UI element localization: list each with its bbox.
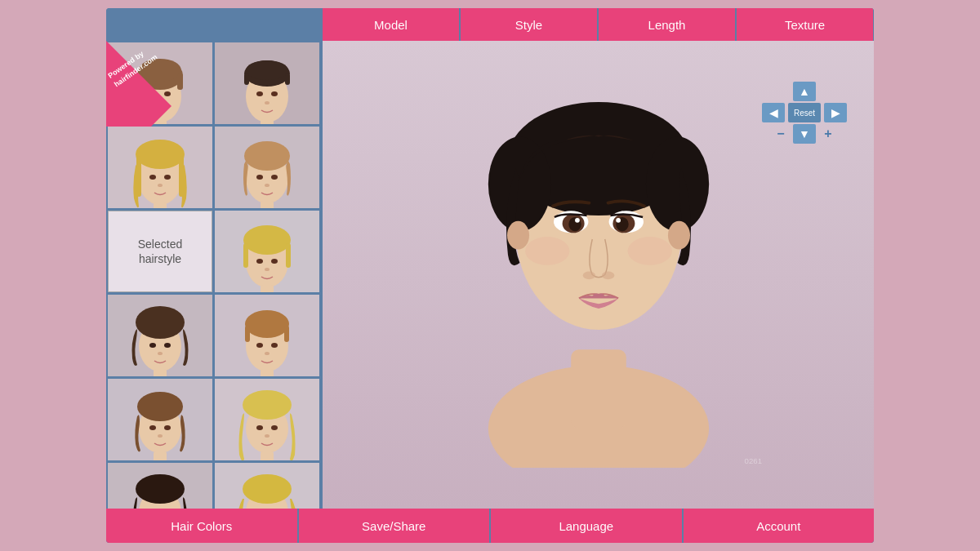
tab-style[interactable]: Style bbox=[461, 8, 597, 41]
svg-point-42 bbox=[149, 343, 156, 348]
svg-rect-31 bbox=[261, 201, 274, 209]
svg-point-61 bbox=[243, 390, 292, 420]
thumb-12[interactable] bbox=[215, 463, 319, 509]
thumb-8[interactable] bbox=[215, 295, 319, 376]
thumb-row-2 bbox=[108, 127, 321, 208]
thumb-row-6 bbox=[108, 463, 321, 509]
svg-rect-65 bbox=[261, 451, 274, 461]
tab-language[interactable]: Language bbox=[491, 509, 682, 543]
thumb-row-3: Selected hairstyle bbox=[108, 211, 321, 292]
svg-rect-92 bbox=[571, 349, 626, 429]
svg-rect-17 bbox=[261, 119, 274, 125]
svg-point-67 bbox=[136, 474, 185, 504]
svg-rect-49 bbox=[284, 326, 289, 342]
svg-point-5 bbox=[149, 91, 156, 96]
svg-point-41 bbox=[136, 306, 185, 339]
svg-point-102 bbox=[575, 218, 580, 223]
svg-rect-48 bbox=[245, 326, 250, 342]
svg-point-98 bbox=[667, 221, 689, 250]
tab-save-share[interactable]: Save/Share bbox=[299, 509, 490, 543]
svg-point-50 bbox=[256, 343, 263, 348]
svg-point-51 bbox=[271, 343, 278, 348]
svg-rect-12 bbox=[244, 73, 249, 85]
svg-rect-4 bbox=[177, 73, 183, 90]
svg-point-6 bbox=[164, 91, 171, 96]
thumb-3[interactable] bbox=[108, 127, 212, 208]
svg-point-36 bbox=[256, 259, 263, 264]
svg-point-23 bbox=[164, 175, 171, 180]
svg-point-52 bbox=[265, 352, 270, 355]
svg-point-22 bbox=[149, 175, 156, 180]
svg-point-96 bbox=[645, 136, 708, 231]
svg-rect-20 bbox=[136, 156, 141, 197]
tab-account[interactable]: Account bbox=[684, 509, 875, 543]
thumb-11[interactable] bbox=[108, 463, 212, 509]
svg-rect-8 bbox=[154, 119, 167, 125]
svg-point-43 bbox=[164, 343, 171, 348]
tab-length[interactable]: Length bbox=[599, 8, 735, 41]
svg-point-29 bbox=[271, 175, 278, 180]
bottom-nav: Hair Colors Save/Share Language Account bbox=[106, 509, 874, 543]
thumb-1[interactable] bbox=[108, 42, 212, 124]
thumb-2[interactable] bbox=[215, 42, 319, 124]
svg-point-63 bbox=[271, 425, 278, 430]
tab-hair-colors[interactable]: Hair Colors bbox=[106, 509, 297, 543]
thumb-row-1 bbox=[108, 42, 321, 124]
thumb-7[interactable] bbox=[108, 295, 212, 376]
thumb-9[interactable] bbox=[108, 379, 212, 460]
left-panel: Powered by hairfinder.com bbox=[106, 41, 323, 509]
svg-point-2 bbox=[139, 59, 181, 82]
svg-point-109 bbox=[525, 237, 569, 265]
svg-rect-35 bbox=[286, 243, 291, 268]
preview-area: ▲ ◀ Reset ▶ − ▼ + bbox=[323, 41, 874, 509]
svg-point-14 bbox=[256, 91, 263, 96]
svg-point-44 bbox=[158, 352, 163, 355]
svg-rect-25 bbox=[154, 202, 167, 209]
svg-point-37 bbox=[271, 259, 278, 264]
svg-point-19 bbox=[136, 140, 185, 169]
svg-point-47 bbox=[245, 310, 289, 338]
svg-rect-34 bbox=[243, 243, 248, 268]
selected-hairstyle-label: Selected hairstyle bbox=[138, 237, 182, 266]
svg-point-58 bbox=[158, 434, 163, 438]
top-nav: Model Style Length Texture bbox=[106, 8, 874, 41]
svg-point-56 bbox=[149, 425, 156, 430]
svg-point-57 bbox=[164, 425, 171, 430]
svg-rect-59 bbox=[154, 451, 167, 461]
thumb-6[interactable] bbox=[215, 211, 319, 292]
svg-point-62 bbox=[256, 425, 263, 430]
svg-rect-13 bbox=[285, 73, 290, 85]
tab-texture[interactable]: Texture bbox=[737, 8, 873, 41]
svg-point-73 bbox=[243, 474, 292, 504]
svg-rect-3 bbox=[137, 73, 143, 90]
svg-point-27 bbox=[244, 141, 290, 171]
svg-rect-45 bbox=[154, 369, 167, 377]
thumb-10[interactable] bbox=[215, 379, 319, 460]
svg-point-110 bbox=[627, 237, 671, 265]
app-container: Model Style Length Texture Powered by ha… bbox=[106, 8, 874, 543]
model-preview: 0261 bbox=[323, 41, 874, 509]
thumb-row-4 bbox=[108, 295, 321, 376]
svg-point-11 bbox=[246, 60, 288, 80]
svg-point-38 bbox=[265, 268, 270, 271]
svg-point-28 bbox=[256, 175, 263, 180]
thumb-4[interactable] bbox=[215, 127, 319, 208]
thumb-row-5 bbox=[108, 379, 321, 460]
model-svg: 0261 bbox=[411, 41, 786, 468]
svg-rect-39 bbox=[261, 285, 274, 293]
svg-point-33 bbox=[243, 225, 291, 255]
svg-point-64 bbox=[265, 434, 270, 438]
svg-point-55 bbox=[137, 392, 183, 421]
svg-point-24 bbox=[158, 184, 163, 187]
thumb-selected[interactable]: Selected hairstyle bbox=[108, 211, 212, 292]
svg-point-15 bbox=[271, 91, 278, 96]
svg-point-7 bbox=[158, 101, 163, 104]
svg-rect-53 bbox=[261, 369, 274, 377]
tab-model[interactable]: Model bbox=[323, 8, 459, 41]
svg-rect-21 bbox=[179, 156, 184, 197]
svg-point-16 bbox=[265, 101, 270, 104]
svg-point-97 bbox=[507, 221, 529, 250]
svg-point-108 bbox=[601, 272, 613, 280]
svg-point-106 bbox=[616, 218, 621, 223]
svg-text:0261: 0261 bbox=[744, 456, 761, 465]
